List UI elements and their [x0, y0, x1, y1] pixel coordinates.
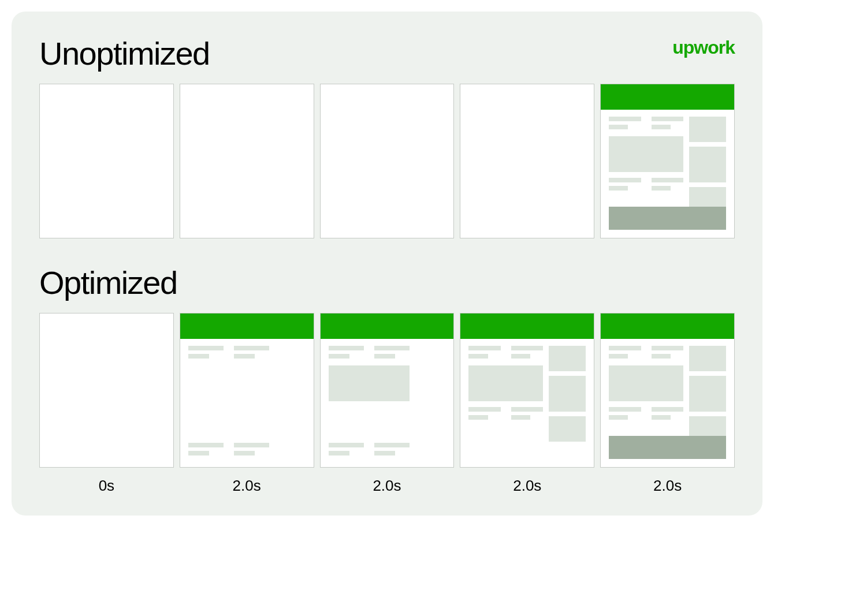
- frame-content-full: [601, 313, 734, 467]
- sidebar-block: [549, 416, 586, 442]
- timeline-row: 0s 2.0s 2.0s 2.0s 2.0s: [39, 477, 735, 495]
- page-header-bar: [601, 84, 734, 110]
- hero-image-placeholder: [329, 365, 410, 401]
- sidebar-block: [689, 147, 726, 182]
- frame-content-full: [601, 84, 734, 238]
- sidebar-block: [549, 376, 586, 412]
- page-body: [601, 110, 734, 238]
- optimized-heading: Optimized: [39, 264, 735, 301]
- unoptimized-frame-0: [39, 84, 174, 238]
- optimized-row: [39, 313, 735, 468]
- frame-content-partial-2: [321, 313, 454, 467]
- hero-image-placeholder: [609, 365, 683, 401]
- sidebar-block: [689, 376, 726, 412]
- page-footer-placeholder: [609, 436, 726, 459]
- time-label-2: 2.0s: [320, 477, 455, 495]
- unoptimized-row: [39, 84, 735, 238]
- page-header-bar: [321, 313, 454, 339]
- unoptimized-frame-2: [320, 84, 455, 238]
- page-header-bar: [601, 313, 734, 339]
- sidebar-block: [689, 117, 726, 142]
- diagram-container: upwork Unoptimized: [12, 12, 762, 516]
- hero-image-placeholder: [609, 136, 683, 172]
- optimized-frame-2: [320, 313, 455, 468]
- frame-content-partial-1: [180, 313, 314, 467]
- hero-image-placeholder: [468, 365, 543, 401]
- time-label-3: 2.0s: [460, 477, 594, 495]
- page-header-bar: [180, 313, 314, 339]
- optimized-frame-3: [460, 313, 594, 468]
- frame-content-partial-3: [460, 313, 594, 467]
- unoptimized-frame-1: [180, 84, 314, 238]
- time-label-0: 0s: [39, 477, 174, 495]
- sidebar-block: [549, 346, 586, 371]
- unoptimized-frame-4: [600, 84, 735, 238]
- page-footer-placeholder: [609, 207, 726, 230]
- optimized-frame-4: [600, 313, 735, 468]
- optimized-frame-0: [39, 313, 174, 468]
- time-label-1: 2.0s: [180, 477, 314, 495]
- optimized-frame-1: [180, 313, 314, 468]
- sidebar-block: [689, 346, 726, 371]
- page-header-bar: [460, 313, 594, 339]
- time-label-4: 2.0s: [600, 477, 735, 495]
- unoptimized-heading: Unoptimized: [39, 35, 735, 72]
- unoptimized-frame-3: [460, 84, 594, 238]
- upwork-logo: upwork: [672, 37, 735, 58]
